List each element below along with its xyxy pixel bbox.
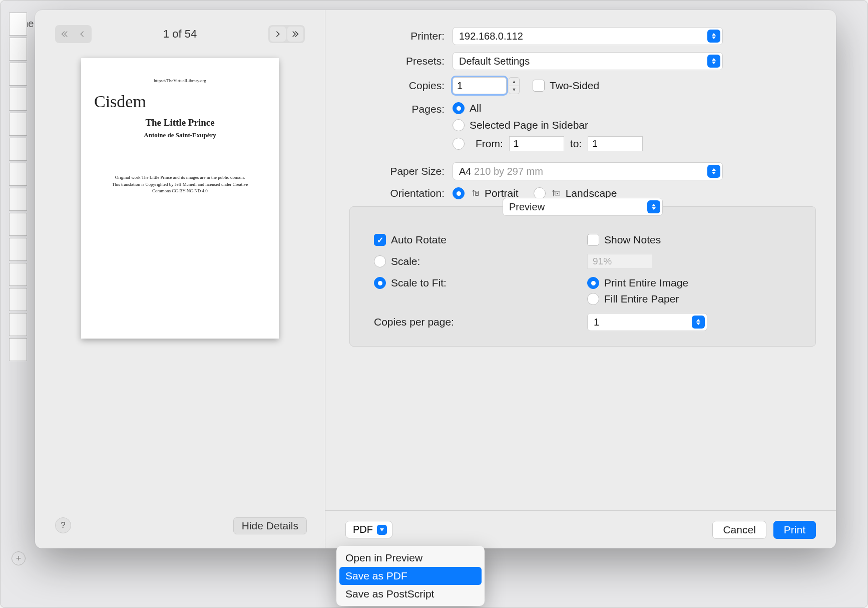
app-options-panel: Preview Auto Rotate Show Notes Scale: 9 <box>349 206 816 347</box>
pages-all-label: All <box>470 102 481 114</box>
settings-pane: Printer: 192.168.0.112 Presets: Default … <box>325 10 836 548</box>
print-entire-label: Print Entire Image <box>604 277 688 289</box>
to-label: to: <box>570 138 582 150</box>
help-button[interactable]: ? <box>55 517 71 533</box>
page-thumbnail: https://TheVirtualLibrary.org Cisdem The… <box>81 58 279 339</box>
print-dialog: 1 of 54 https://TheVirtualLibrary.org Ci… <box>35 10 836 548</box>
updown-icon <box>692 316 705 329</box>
orientation-label: Orientation: <box>334 187 453 199</box>
last-page-button[interactable] <box>287 27 303 42</box>
copies-per-page-label: Copies per page: <box>374 316 454 328</box>
hide-details-button[interactable]: Hide Details <box>233 517 307 534</box>
chevron-right-icon <box>274 31 281 38</box>
add-page-icon[interactable]: + <box>12 551 26 565</box>
scale-to-fit-label: Scale to Fit: <box>391 277 447 289</box>
preview-brand: Cisdem <box>94 92 267 111</box>
fill-entire-radio[interactable] <box>587 293 599 305</box>
chevron-down-icon <box>377 525 387 535</box>
cancel-button[interactable]: Cancel <box>712 521 766 539</box>
page-nav-back-group <box>55 25 92 43</box>
scale-label: Scale: <box>391 255 420 267</box>
print-entire-radio[interactable] <box>587 277 599 289</box>
printer-label: Printer: <box>334 30 453 42</box>
pdf-dropdown-button[interactable]: PDF <box>345 521 392 538</box>
pdf-menu-open-preview[interactable]: Open in Preview <box>339 549 482 567</box>
updown-icon <box>707 165 720 178</box>
preview-copyright: Original work The Little Prince and its … <box>93 174 267 195</box>
to-input[interactable]: 1 <box>588 136 643 151</box>
paper-size-label: Paper Size: <box>334 165 453 177</box>
paper-size-select[interactable]: A4 210 by 297 mm <box>453 162 723 180</box>
svg-point-3 <box>557 193 558 194</box>
copies-stepper[interactable]: ▲▼ <box>509 77 520 94</box>
dialog-bottom-bar: PDF Cancel Print <box>325 510 836 548</box>
bg-thumbnails <box>6 11 31 511</box>
scale-to-fit-radio[interactable] <box>374 277 386 289</box>
page-indicator: 1 of 54 <box>163 28 197 41</box>
updown-icon <box>707 30 720 43</box>
two-sided-label: Two-Sided <box>550 80 599 92</box>
app-options-select[interactable]: Preview <box>503 198 663 216</box>
copies-input[interactable]: 1 <box>453 77 507 94</box>
printer-select[interactable]: 192.168.0.112 <box>453 27 723 45</box>
fill-entire-label: Fill Entire Paper <box>604 293 679 305</box>
copies-label: Copies: <box>334 80 453 92</box>
first-page-button[interactable] <box>57 27 73 42</box>
double-chevron-right-icon <box>292 31 299 38</box>
auto-rotate-label: Auto Rotate <box>391 234 447 246</box>
double-chevron-left-icon <box>61 31 68 38</box>
presets-label: Presets: <box>334 55 453 67</box>
auto-rotate-checkbox[interactable] <box>374 234 386 246</box>
scale-input: 91% <box>587 254 652 269</box>
updown-icon <box>647 200 660 213</box>
pages-range-radio[interactable] <box>453 138 465 150</box>
landscape-icon <box>551 189 562 198</box>
from-input[interactable]: 1 <box>509 136 564 151</box>
prev-page-button[interactable] <box>74 27 90 42</box>
preview-author: Antoine de Saint-Exupéry <box>93 131 267 139</box>
page-nav-forward-group <box>268 25 305 43</box>
pages-selected-sidebar-radio[interactable] <box>453 119 465 131</box>
svg-point-1 <box>476 192 478 194</box>
pdf-menu-save-pdf[interactable]: Save as PDF <box>339 567 482 585</box>
pages-selected-label: Selected Page in Sidebar <box>470 119 588 131</box>
copies-per-page-select[interactable]: 1 <box>587 313 707 331</box>
preview-pane: 1 of 54 https://TheVirtualLibrary.org Ci… <box>35 10 325 548</box>
preview-url: https://TheVirtualLibrary.org <box>93 78 267 83</box>
pages-all-radio[interactable] <box>453 102 465 114</box>
two-sided-checkbox[interactable] <box>533 80 545 92</box>
show-notes-label: Show Notes <box>604 234 661 246</box>
show-notes-checkbox[interactable] <box>587 234 599 246</box>
pdf-menu-save-postscript[interactable]: Save as PostScript <box>339 585 482 603</box>
scale-radio[interactable] <box>374 255 386 267</box>
from-label: From: <box>476 138 503 150</box>
portrait-radio[interactable] <box>453 187 465 199</box>
print-button[interactable]: Print <box>773 521 816 539</box>
updown-icon <box>707 55 720 68</box>
pdf-menu: Open in Preview Save as PDF Save as Post… <box>336 546 485 606</box>
preview-title: The Little Prince <box>93 117 267 128</box>
pages-label: Pages: <box>334 102 453 115</box>
portrait-icon <box>470 189 481 198</box>
next-page-button[interactable] <box>270 27 286 42</box>
presets-select[interactable]: Default Settings <box>453 52 723 70</box>
chevron-left-icon <box>79 31 86 38</box>
